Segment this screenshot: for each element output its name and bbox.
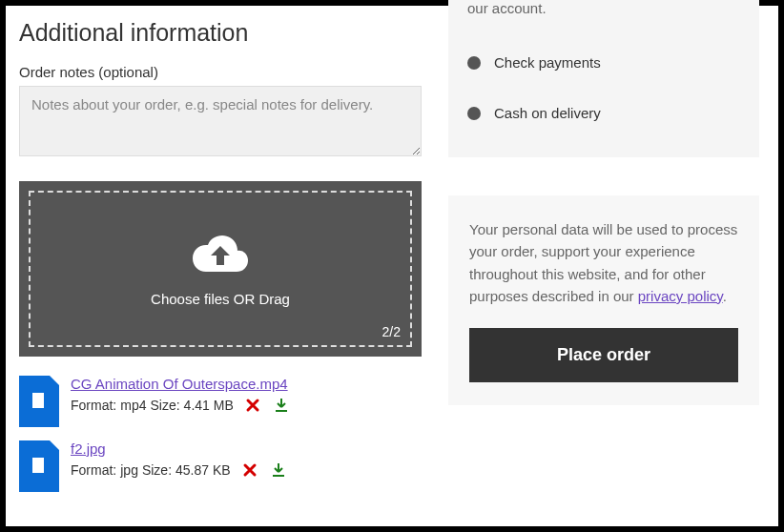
radio-icon xyxy=(467,107,481,120)
payment-option-label: Check payments xyxy=(494,54,601,71)
file-upload-dropzone[interactable]: Choose files OR Drag 2/2 xyxy=(19,181,422,357)
radio-icon xyxy=(467,56,481,70)
file-icon xyxy=(19,376,59,427)
upload-count: 2/2 xyxy=(382,324,401,339)
file-format-label: Format: xyxy=(71,398,116,413)
file-size: 4.41 MB xyxy=(184,398,234,413)
file-size-label: Size: xyxy=(142,462,172,478)
section-title: Additional information xyxy=(19,19,422,47)
file-name-link[interactable]: CG Animation Of Outerspace.mp4 xyxy=(71,376,288,392)
delete-file-icon[interactable] xyxy=(243,396,262,415)
payment-option-cod[interactable]: Cash on delivery xyxy=(467,88,740,138)
privacy-section: Your personal data will be used to proce… xyxy=(448,195,759,405)
order-notes-input[interactable] xyxy=(19,86,422,156)
order-notes-label: Order notes (optional) xyxy=(19,64,422,80)
file-format-label: Format: xyxy=(71,462,116,478)
payment-option-check[interactable]: Check payments xyxy=(467,37,740,88)
place-order-button[interactable]: Place order xyxy=(469,328,738,382)
download-file-icon[interactable] xyxy=(272,396,291,415)
file-format: jpg xyxy=(120,462,138,478)
file-size-label: Size: xyxy=(150,398,179,413)
privacy-text: Your personal data will be used to proce… xyxy=(469,218,738,307)
delete-file-icon[interactable] xyxy=(240,460,259,480)
file-size: 45.87 KB xyxy=(175,462,231,478)
upload-prompt: Choose files OR Drag xyxy=(151,291,290,307)
payment-option-label: Cash on delivery xyxy=(494,105,601,121)
file-icon xyxy=(19,440,59,492)
payment-description-fragment: our account. xyxy=(467,0,740,37)
file-item: CG Animation Of Outerspace.mp4 Format: m… xyxy=(19,376,422,427)
file-name-link[interactable]: f2.jpg xyxy=(71,440,106,457)
payment-methods: our account. Check payments Cash on deli… xyxy=(448,0,759,157)
cloud-upload-icon xyxy=(190,232,251,281)
file-item: f2.jpg Format: jpg Size: 45.87 KB xyxy=(19,440,422,492)
download-file-icon[interactable] xyxy=(269,460,288,480)
privacy-policy-link[interactable]: privacy policy xyxy=(638,288,723,304)
file-format: mp4 xyxy=(120,398,146,413)
file-list: CG Animation Of Outerspace.mp4 Format: m… xyxy=(19,376,422,492)
